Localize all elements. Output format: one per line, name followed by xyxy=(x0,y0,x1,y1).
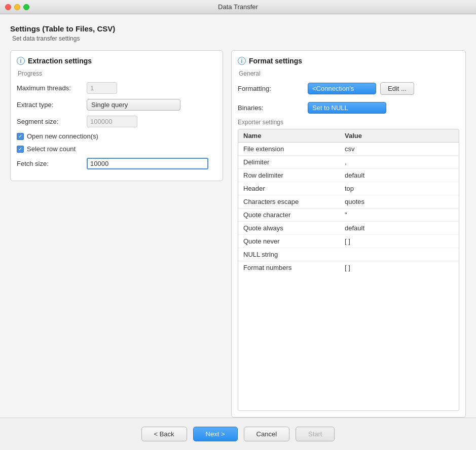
col-value-header: Value xyxy=(345,132,454,140)
next-button[interactable]: Next > xyxy=(193,427,238,441)
window-title: Data Transfer xyxy=(218,3,258,11)
panels-container: i Extraction settings Progress Maximum t… xyxy=(10,50,466,418)
binaries-row: Binaries: Set to NULL xyxy=(238,102,459,114)
cell-value: top xyxy=(345,185,454,192)
cell-value: " xyxy=(345,211,454,219)
cell-name: Format numbers xyxy=(243,264,345,271)
cell-name: Characters escape xyxy=(243,198,345,205)
cancel-button[interactable]: Cancel xyxy=(244,427,289,441)
exporter-label: Exporter settings xyxy=(238,119,459,126)
cell-name: Header xyxy=(243,185,345,192)
segment-size-row: Segment size: xyxy=(17,116,216,127)
exporter-section: Exporter settings Name Value File extens… xyxy=(238,119,459,411)
fetch-size-row: Fetch size: xyxy=(17,158,216,169)
title-bar: Data Transfer xyxy=(0,0,476,14)
extraction-panel-header: i Extraction settings xyxy=(17,57,216,65)
cell-value: default xyxy=(345,171,454,179)
extraction-settings-panel: i Extraction settings Progress Maximum t… xyxy=(10,50,223,181)
edit-button[interactable]: Edit ... xyxy=(380,82,414,95)
maximize-button[interactable] xyxy=(23,4,29,10)
traffic-lights xyxy=(5,4,29,10)
formatting-select[interactable]: <Connection's xyxy=(308,83,376,94)
extract-type-select-wrapper: Single query xyxy=(87,99,180,111)
page-subtitle: Set data transfer settings xyxy=(12,35,466,42)
max-threads-input[interactable] xyxy=(87,82,117,94)
page-header: Settings (Table to Files, CSV) Set data … xyxy=(10,24,466,42)
extraction-panel-title: Extraction settings xyxy=(28,57,92,65)
cell-value: default xyxy=(345,224,454,232)
cell-value: quotes xyxy=(345,198,454,205)
max-threads-label: Maximum threads: xyxy=(17,84,83,92)
main-content: Settings (Table to Files, CSV) Set data … xyxy=(0,14,476,418)
table-row[interactable]: File extension csv xyxy=(238,143,459,156)
cell-value: csv xyxy=(345,145,454,153)
cell-value: [ ] xyxy=(345,264,454,271)
cell-name: File extension xyxy=(243,145,345,153)
cell-name: Row delimiter xyxy=(243,171,345,179)
table-row[interactable]: Quote character " xyxy=(238,209,459,222)
col-name-header: Name xyxy=(243,132,345,140)
format-panel-header: i Format settings xyxy=(238,57,459,65)
binaries-label: Binaries: xyxy=(238,104,304,112)
format-panel-title: Format settings xyxy=(249,57,302,65)
table-row[interactable]: Row delimiter default xyxy=(238,169,459,182)
select-row-count-row[interactable]: Select row count xyxy=(17,145,216,153)
table-row[interactable]: NULL string xyxy=(238,248,459,261)
cell-name: Quote never xyxy=(243,237,345,245)
binaries-select-wrapper: Set to NULL xyxy=(308,102,386,114)
format-section-label: General xyxy=(239,70,459,77)
bottom-bar: < Back Next > Cancel Start xyxy=(0,418,476,450)
table-row[interactable]: Delimiter , xyxy=(238,156,459,169)
format-settings-panel: i Format settings General Formatting: <C… xyxy=(231,50,466,418)
table-row[interactable]: Header top xyxy=(238,182,459,195)
table-row[interactable]: Quote always default xyxy=(238,222,459,235)
table-row[interactable]: Characters escape quotes xyxy=(238,195,459,209)
cell-value: [ ] xyxy=(345,237,454,245)
extraction-info-icon: i xyxy=(17,57,25,65)
cell-value: , xyxy=(345,158,454,166)
start-button[interactable]: Start xyxy=(296,427,335,441)
open-connections-label: Open new connection(s) xyxy=(27,132,98,140)
table-row[interactable]: Format numbers [ ] xyxy=(238,261,459,274)
minimize-button[interactable] xyxy=(14,4,20,10)
segment-size-input[interactable] xyxy=(87,116,137,127)
binaries-select[interactable]: Set to NULL xyxy=(308,102,386,114)
exporter-table-body: File extension csv Delimiter , Row delim… xyxy=(238,143,459,274)
extraction-section-label: Progress xyxy=(18,70,216,77)
format-info-icon: i xyxy=(238,57,246,65)
select-row-count-label: Select row count xyxy=(27,145,76,153)
close-button[interactable] xyxy=(5,4,11,10)
formatting-label: Formatting: xyxy=(238,85,304,92)
extract-type-row: Extract type: Single query xyxy=(17,99,216,111)
cell-name: Delimiter xyxy=(243,158,345,166)
formatting-row: Formatting: <Connection's Edit ... xyxy=(238,82,459,95)
back-button[interactable]: < Back xyxy=(141,427,187,441)
formatting-select-wrapper: <Connection's xyxy=(308,83,376,94)
extract-type-label: Extract type: xyxy=(17,101,83,109)
cell-value xyxy=(345,251,454,258)
fetch-size-input[interactable] xyxy=(87,158,208,169)
select-row-count-checkbox[interactable] xyxy=(17,146,24,153)
page-title: Settings (Table to Files, CSV) xyxy=(10,24,466,33)
table-header: Name Value xyxy=(238,129,459,143)
cell-name: Quote character xyxy=(243,211,345,219)
open-connections-checkbox[interactable] xyxy=(17,133,24,140)
max-threads-row: Maximum threads: xyxy=(17,82,216,94)
table-row[interactable]: Quote never [ ] xyxy=(238,235,459,248)
exporter-table: Name Value File extension csv Delimiter … xyxy=(238,129,459,411)
cell-name: NULL string xyxy=(243,251,345,258)
open-connections-row[interactable]: Open new connection(s) xyxy=(17,132,216,140)
extract-type-select[interactable]: Single query xyxy=(87,99,180,111)
segment-size-label: Segment size: xyxy=(17,118,83,125)
fetch-size-label: Fetch size: xyxy=(17,160,83,167)
cell-name: Quote always xyxy=(243,224,345,232)
